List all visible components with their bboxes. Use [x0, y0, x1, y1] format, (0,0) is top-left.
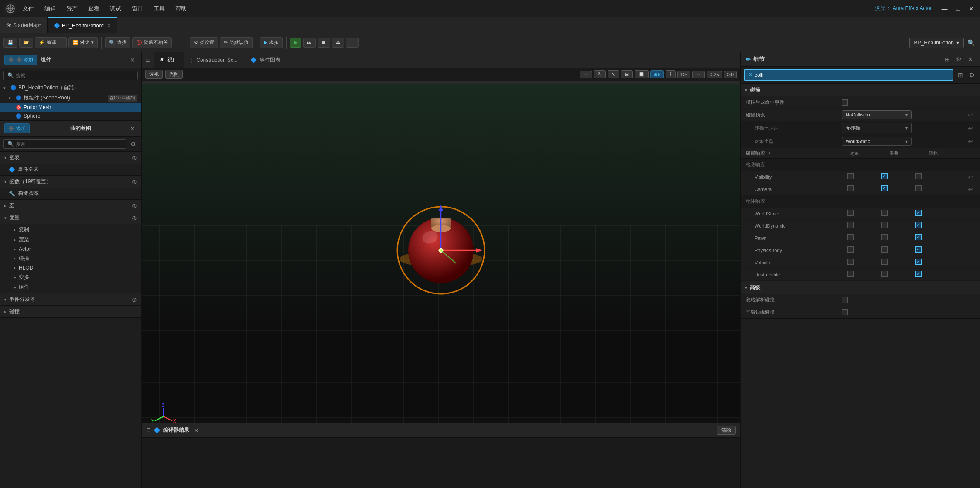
variables-header[interactable]: ▾ 变量 ⊕	[0, 212, 141, 224]
camera-ignore-checkbox[interactable]	[847, 185, 854, 191]
worlddynamic-overlap-cell[interactable]	[876, 222, 893, 229]
pawn-ignore-checkbox[interactable]	[847, 234, 854, 240]
hide-irrelevant-button[interactable]: 🚫 隐藏不相关	[132, 37, 172, 48]
physicsbody-overlap-cell[interactable]	[876, 246, 893, 254]
play-button[interactable]: ▶	[290, 38, 301, 48]
collision-bp-header[interactable]: ▸ 碰撞	[0, 306, 141, 317]
construction-script-item[interactable]: 🔧 构造脚本	[0, 188, 141, 198]
vehicle-ignore-cell[interactable]	[842, 259, 859, 266]
compile-button[interactable]: ⚡ 编译 ⋮	[35, 37, 67, 48]
center-tab-viewport[interactable]: 👁 视口	[154, 52, 184, 68]
tree-item-potion-mesh[interactable]: 🎯 PotionMesh	[0, 103, 141, 112]
destructible-overlap-cell[interactable]	[876, 271, 893, 278]
details-search-field[interactable]: ✕	[744, 69, 953, 81]
pawn-ignore-cell[interactable]	[842, 234, 859, 242]
destructible-overlap-checkbox[interactable]	[881, 271, 888, 277]
grid-size-display[interactable]: ⊞ 5	[650, 70, 664, 78]
physicsbody-ignore-checkbox[interactable]	[847, 246, 854, 253]
minimize-button[interactable]: —	[939, 4, 950, 13]
add-blueprint-button[interactable]: ➕ 添加	[4, 123, 30, 133]
pawn-block-checkbox[interactable]: ✓	[915, 234, 922, 240]
collision-presets-reset-button[interactable]: ↩	[966, 111, 975, 118]
details-grid-view-button[interactable]: ⊞	[956, 71, 965, 79]
search-clear-icon[interactable]: ✕	[748, 72, 753, 78]
tree-item-sphere[interactable]: 🔵 Sphere	[0, 112, 141, 120]
worlddynamic-ignore-cell[interactable]	[842, 222, 859, 229]
var-transform-item[interactable]: ▸ 变换	[0, 272, 141, 282]
visibility-ignore-cell[interactable]	[842, 173, 859, 181]
details-settings-button[interactable]: ⚙	[954, 55, 963, 64]
destructible-block-checkbox[interactable]: ✓	[915, 271, 922, 277]
object-type-reset-button[interactable]: ↩	[966, 138, 975, 145]
local-button[interactable]: ⊞	[621, 70, 633, 78]
browse-button[interactable]: 📂	[19, 38, 33, 48]
menu-debug[interactable]: 调试	[108, 4, 123, 14]
vehicle-block-checkbox[interactable]: ✓	[915, 259, 922, 265]
defaults-button[interactable]: ✏ 类默认值	[220, 37, 253, 48]
event-graph-item[interactable]: 🔷 事件图表	[0, 164, 141, 174]
collision-enabled-dropdown[interactable]: 无碰撞 ▾	[842, 123, 912, 133]
surface-snapping-button[interactable]: 🔲	[635, 70, 649, 78]
class-settings-button[interactable]: ⚙ 类设置	[190, 37, 218, 48]
clear-button[interactable]: 清除	[717, 426, 736, 435]
add-eventdispatch-button[interactable]: ⊕	[132, 296, 137, 303]
functions-header[interactable]: ▾ 函数（19可覆盖） ⊕	[0, 176, 141, 188]
smooth-edge-checkbox[interactable]	[842, 309, 848, 315]
details-search-input[interactable]	[755, 72, 949, 78]
center-tab-menu[interactable]: ☰	[142, 57, 154, 63]
camera-block-cell[interactable]	[910, 185, 927, 193]
var-hlod-item[interactable]: ▸ HLOD	[0, 263, 141, 272]
blueprints-search-box[interactable]: 🔍	[3, 139, 126, 149]
object-type-dropdown[interactable]: WorldStatic ▾	[842, 137, 912, 146]
advance-frame-button[interactable]: ⏭	[303, 38, 316, 48]
details-grid-button[interactable]: ⊞	[943, 55, 952, 64]
eject-button[interactable]: ⏏	[332, 38, 344, 48]
camera-block-checkbox[interactable]	[915, 185, 922, 191]
blueprint-browse-button[interactable]: 🔍	[966, 38, 977, 47]
blueprints-search-input[interactable]	[16, 141, 122, 147]
physicsbody-overlap-checkbox[interactable]	[881, 246, 888, 253]
camera-overlap-cell[interactable]: ✓	[876, 185, 893, 193]
var-copy-item[interactable]: ▸ 复制	[0, 225, 141, 235]
lighting-button[interactable]: 光照	[165, 70, 183, 79]
add-function-button[interactable]: ⊕	[132, 178, 137, 185]
components-close-button[interactable]: ✕	[128, 56, 137, 65]
var-component-item[interactable]: ▸ 组件	[0, 282, 141, 292]
vehicle-overlap-cell[interactable]	[876, 259, 893, 266]
add-variable-button[interactable]: ⊕	[132, 215, 137, 222]
vehicle-ignore-checkbox[interactable]	[847, 259, 854, 265]
worlddynamic-block-cell[interactable]: ✓	[910, 222, 927, 229]
tree-item-scene-root[interactable]: ▾ 🔵 根组件 (SceneRoot) 在C++中编辑	[0, 93, 141, 103]
worldstatic-overlap-cell[interactable]	[876, 210, 893, 217]
collision-enabled-reset-button[interactable]: ↩	[966, 125, 975, 132]
details-close-button[interactable]: ✕	[966, 55, 975, 64]
collision-section-header[interactable]: ▾ 碰撞	[741, 84, 980, 96]
details-settings2-button[interactable]: ⚙	[967, 71, 977, 79]
blueprint-selector[interactable]: BP_HealthPotion ▾	[909, 38, 964, 48]
destructible-ignore-cell[interactable]	[842, 271, 859, 278]
physicsbody-block-checkbox[interactable]: ✓	[915, 246, 922, 253]
maximize-button[interactable]: □	[954, 4, 963, 13]
macros-header[interactable]: ▸ 宏 ⊕	[0, 200, 141, 212]
add-graph-button[interactable]: ⊕	[132, 154, 137, 161]
compiler-close-button[interactable]: ✕	[192, 426, 201, 435]
translate-button[interactable]: ↔	[580, 71, 592, 78]
add-component-button[interactable]: ➕ ➕ 添加	[4, 55, 37, 65]
var-collision-item[interactable]: ▸ 碰撞	[0, 253, 141, 263]
menu-window[interactable]: 窗口	[130, 4, 145, 14]
play-options-button[interactable]: ⋮	[346, 38, 359, 48]
tree-item-bp-root[interactable]: ▾ 🔵 BP_HealthPotion（自我）	[0, 83, 141, 93]
menu-help[interactable]: 帮助	[174, 4, 188, 14]
worlddynamic-block-checkbox[interactable]: ✓	[915, 222, 922, 228]
tab-healthpotion[interactable]: 🔷 BP_HealthPotion* ✕	[48, 17, 117, 33]
blueprints-close-button[interactable]: ✕	[128, 124, 137, 133]
visibility-block-cell[interactable]	[910, 173, 927, 181]
compiler-menu-icon[interactable]: ☰	[146, 427, 151, 433]
visibility-reset-button[interactable]: ↩	[966, 174, 975, 181]
eventdispatch-header[interactable]: ▾ 事件分发器 ⊕	[0, 293, 141, 305]
menu-edit[interactable]: 编辑	[43, 4, 58, 14]
help-icon[interactable]: ?	[768, 151, 770, 156]
worldstatic-block-cell[interactable]: ✓	[910, 210, 927, 217]
ignore-analytic-checkbox[interactable]	[842, 297, 848, 303]
worlddynamic-ignore-checkbox[interactable]	[847, 222, 854, 228]
